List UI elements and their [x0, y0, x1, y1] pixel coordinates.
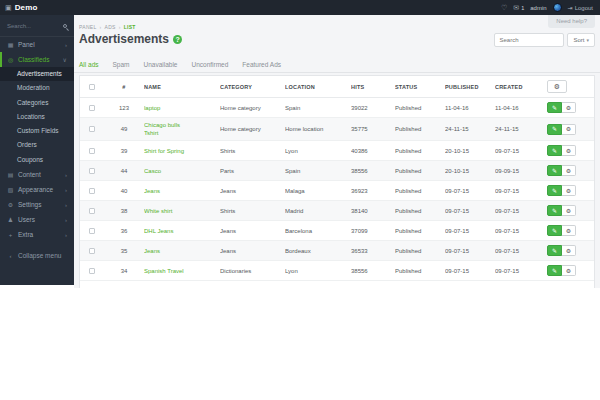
sidebar-item-extra[interactable]: +Extra›: [0, 227, 74, 242]
help-icon[interactable]: ?: [173, 35, 182, 44]
sidebar-subitem-categories[interactable]: Categories: [0, 96, 74, 110]
column-header-[interactable]: #: [104, 84, 144, 90]
row-settings-button[interactable]: ⚙: [562, 205, 576, 216]
edit-button[interactable]: ✎: [547, 245, 562, 256]
sidebar-subitem-custom-fields[interactable]: Custom Fields: [0, 124, 74, 138]
sidebar-subitem-locations[interactable]: Locations: [0, 110, 74, 124]
ad-name-link[interactable]: Shirt for Spring: [144, 147, 184, 155]
row-checkbox[interactable]: [89, 168, 95, 174]
sort-label: Sort: [573, 37, 584, 43]
column-header-created[interactable]: CREATED: [495, 84, 547, 90]
ad-hits: 40386: [351, 148, 395, 154]
ad-name-link[interactable]: Spanish Travel: [144, 267, 184, 275]
tab-all-ads[interactable]: All ads: [79, 61, 99, 68]
heart-icon[interactable]: ♡: [501, 4, 507, 12]
row-checkbox[interactable]: [89, 208, 95, 214]
sidebar-item-appearance[interactable]: ▧Appearance›: [0, 182, 74, 197]
row-settings-button[interactable]: ⚙: [562, 102, 576, 113]
ad-name-link[interactable]: Chicago bulls Tshirt: [144, 121, 190, 137]
ad-name-link[interactable]: laptop: [144, 104, 160, 112]
ad-created-date: 09-07-15: [495, 208, 547, 214]
row-settings-button[interactable]: ⚙: [562, 145, 576, 156]
row-settings-button[interactable]: ⚙: [562, 225, 576, 236]
sidebar-subitem-coupons[interactable]: Coupons: [0, 153, 74, 167]
edit-button[interactable]: ✎: [547, 145, 562, 156]
column-header-hits[interactable]: HITS: [351, 84, 395, 90]
column-header-status[interactable]: STATUS: [395, 84, 445, 90]
need-help-button[interactable]: Need help?: [548, 15, 595, 28]
row-checkbox[interactable]: [89, 126, 95, 132]
row-checkbox[interactable]: [89, 268, 95, 274]
logout-button[interactable]: ⇥ Logout: [568, 4, 593, 11]
ad-hits: 38556: [351, 268, 395, 274]
ad-category: Jeans: [220, 248, 285, 254]
edit-button[interactable]: ✎: [547, 124, 562, 135]
collapse-icon: ‹: [7, 253, 14, 259]
sidebar-subitem-orders[interactable]: Orders: [0, 138, 74, 152]
row-settings-button[interactable]: ⚙: [562, 185, 576, 196]
ad-published-date: 09-07-15: [445, 268, 495, 274]
edit-button[interactable]: ✎: [547, 265, 562, 276]
edit-button[interactable]: ✎: [547, 225, 562, 236]
breadcrumb-item-list[interactable]: LIST: [124, 24, 136, 30]
column-header-category[interactable]: CATEGORY: [220, 84, 285, 90]
edit-button[interactable]: ✎: [547, 185, 562, 196]
ad-published-date: 20-10-15: [445, 148, 495, 154]
tab-unconfirmed[interactable]: Unconfirmed: [191, 61, 228, 68]
sidebar-item-classifieds[interactable]: ◎Classifieds∨: [0, 52, 74, 67]
ads-search-input[interactable]: [494, 33, 564, 47]
sidebar-subitem-moderation[interactable]: Moderation: [0, 81, 74, 95]
collapse-menu-button[interactable]: ‹ Collapse menu: [0, 248, 74, 263]
ad-created-date: 11-04-16: [495, 105, 547, 111]
row-checkbox[interactable]: [89, 188, 95, 194]
ad-location: Madrid: [285, 208, 351, 214]
row-checkbox[interactable]: [89, 148, 95, 154]
edit-button[interactable]: ✎: [547, 205, 562, 216]
row-settings-button[interactable]: ⚙: [562, 124, 576, 135]
sidebar-subitem-advertisements[interactable]: Advertisements: [0, 67, 74, 81]
row-checkbox[interactable]: [89, 248, 95, 254]
page-title: Advertisements ?: [79, 32, 182, 46]
row-settings-button[interactable]: ⚙: [562, 245, 576, 256]
sidebar-item-settings[interactable]: ⚙Settings›: [0, 197, 74, 212]
ad-name-link[interactable]: Casco: [144, 167, 161, 175]
caret-down-icon: ▾: [586, 37, 589, 43]
tab-spam[interactable]: Spam: [113, 61, 130, 68]
ad-name-link[interactable]: White shirt: [144, 207, 172, 215]
table-header: #NAMECATEGORYLOCATIONHITSSTATUSPUBLISHED…: [80, 76, 594, 98]
username-label[interactable]: admin: [530, 5, 546, 11]
ad-status: Published: [395, 208, 445, 214]
sort-button[interactable]: Sort ▾: [567, 33, 595, 47]
breadcrumb-item-ads[interactable]: ADS: [105, 24, 116, 30]
ad-hits: 38556: [351, 168, 395, 174]
sidebar-item-label: Panel: [18, 41, 35, 48]
tab-unavailable[interactable]: Unavailable: [144, 61, 178, 68]
sidebar-search-input[interactable]: Search...: [0, 15, 74, 37]
chevron-icon: ›: [65, 232, 67, 238]
avatar[interactable]: [553, 3, 562, 12]
breadcrumb-item-panel[interactable]: PANEL: [79, 24, 97, 30]
tab-featured-ads[interactable]: Featured Ads: [242, 61, 281, 68]
column-header-location[interactable]: LOCATION: [285, 84, 351, 90]
app-logo[interactable]: ▣ Demo: [0, 3, 74, 12]
edit-button[interactable]: ✎: [547, 102, 562, 113]
ad-name-link[interactable]: Jeans: [144, 187, 160, 195]
ad-name-link[interactable]: Jeans: [144, 247, 160, 255]
ad-name-link[interactable]: DHL Jeans: [144, 227, 173, 235]
row-checkbox[interactable]: [89, 228, 95, 234]
row-settings-button[interactable]: ⚙: [562, 165, 576, 176]
sidebar-item-panel[interactable]: ▦Panel›: [0, 37, 74, 52]
ad-location: Spain: [285, 168, 351, 174]
ad-created-date: 09-07-15: [495, 248, 547, 254]
columns-settings-button[interactable]: ⚙: [547, 80, 567, 93]
row-settings-button[interactable]: ⚙: [562, 265, 576, 276]
sidebar-item-users[interactable]: ♟Users›: [0, 212, 74, 227]
row-checkbox[interactable]: [89, 105, 95, 111]
select-all-checkbox[interactable]: [89, 84, 95, 90]
edit-button[interactable]: ✎: [547, 165, 562, 176]
messages-button[interactable]: ✉ 1: [513, 4, 524, 12]
sidebar-item-content[interactable]: ▤Content›: [0, 167, 74, 182]
chevron-icon: ›: [65, 172, 67, 178]
column-header-name[interactable]: NAME: [144, 84, 220, 90]
column-header-published[interactable]: PUBLISHED: [445, 84, 495, 90]
